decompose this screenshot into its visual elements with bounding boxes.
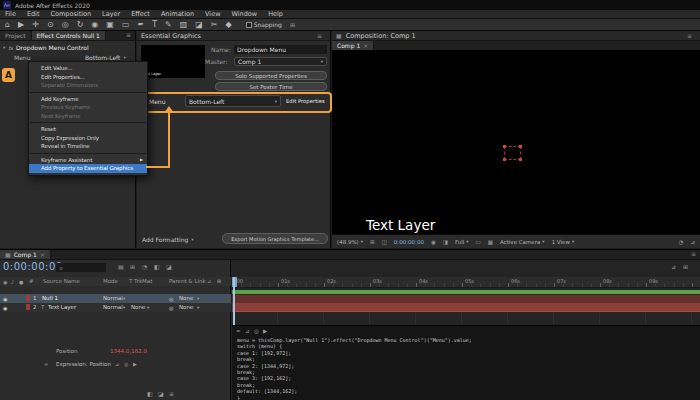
type-tool-icon[interactable]: T (152, 20, 157, 29)
layer-name[interactable]: Null 1 (42, 295, 58, 301)
channels-icon[interactable]: ◨ (443, 239, 448, 245)
expression-pick-whip-icon[interactable]: ◎ (254, 328, 259, 334)
expression-enable-icon[interactable]: = (236, 328, 241, 334)
motion-blur-toggle-icon[interactable]: ◪ (158, 390, 164, 397)
mask-visibility-icon[interactable]: ◫ (382, 239, 387, 245)
timeline-search-input[interactable]: ⊙ (56, 263, 106, 272)
graph-editor-toggle-icon[interactable]: ⊿ (671, 263, 676, 270)
close-icon[interactable]: × (363, 42, 368, 49)
brush-tool-icon[interactable]: ✎ (165, 20, 172, 29)
rotate-tool-icon[interactable]: ↻ (77, 20, 84, 29)
label-color-chip[interactable] (26, 304, 30, 310)
roto-brush-tool-icon[interactable]: ✂ (211, 20, 218, 29)
expression-enable-icon[interactable]: = (44, 361, 48, 367)
selection-tool-icon[interactable]: ▶ (18, 20, 24, 29)
clone-stamp-tool-icon[interactable]: ▨ (180, 20, 188, 29)
frame-blend-icon[interactable]: ◧ (154, 263, 160, 270)
menu-item-file[interactable]: File (5, 10, 16, 18)
eg-name-input[interactable]: Dropdown Menu (234, 45, 327, 54)
expression-language-icon[interactable]: ▶ (133, 361, 137, 367)
expression-pick-whip-icon[interactable]: ◎ (124, 361, 128, 367)
context-menu-item-edit-value[interactable]: Edit Value... (29, 64, 147, 73)
eye-icon[interactable]: ◉ (3, 296, 7, 302)
panel-menu-icon[interactable]: ≡ (317, 32, 326, 39)
exposure-icon[interactable]: ◔ (679, 239, 684, 245)
hand-tool-icon[interactable]: ✛ (32, 20, 39, 29)
resolution-dropdown[interactable]: Full ▾ (455, 239, 469, 245)
menu-item-window[interactable]: Window (232, 10, 258, 18)
menu-item-edit[interactable]: Edit (27, 10, 40, 18)
snapping-toggle[interactable]: Snapping (246, 21, 282, 28)
composition-timecode[interactable]: 0:00:00:00 (394, 239, 424, 245)
trkmat-dropdown[interactable]: None (131, 304, 145, 310)
tab-project[interactable]: Project (0, 31, 32, 40)
puppet-tool-icon[interactable]: ◆ (226, 20, 232, 29)
pick-whip-icon[interactable]: ◎ (169, 305, 173, 311)
blend-mode-dropdown[interactable]: Normal (103, 295, 123, 301)
toggle-switches-icon[interactable]: ≡ (169, 390, 174, 397)
expression-label[interactable]: Expression: Position (56, 361, 111, 367)
snapping-options-icon[interactable]: ⊞ (290, 21, 295, 28)
menu-item-composition[interactable]: Composition (50, 10, 91, 18)
snapping-checkbox[interactable] (246, 22, 252, 28)
time-ruler[interactable]: :00 01s 02s 03s 04s 05s 06s 07s 08s 09s (232, 277, 700, 288)
column-trkmat[interactable]: T TrkMat (129, 278, 152, 284)
position-property-label[interactable]: Position (56, 348, 77, 354)
snapshot-icon[interactable]: ◉ (431, 239, 436, 245)
selection-handle[interactable] (519, 145, 522, 148)
view-layout-dropdown[interactable]: 1 View ▾ (552, 239, 575, 245)
tab-comp-1[interactable]: Comp 1 × (332, 41, 374, 50)
selection-handle[interactable] (519, 158, 522, 161)
export-motion-graphics-template-button[interactable]: Export Motion Graphics Template... (222, 233, 328, 244)
layer-selection-box[interactable] (504, 146, 521, 160)
tab-effect-controls[interactable]: Effect Controls Null 1 (32, 31, 106, 40)
context-menu-item-reveal-in-timeline[interactable]: Reveal in Timeline (29, 142, 147, 151)
close-icon[interactable]: × (40, 251, 45, 258)
graph-editor-icon[interactable]: ⊿ (207, 278, 211, 284)
chart-icon[interactable]: ⊞ (683, 263, 688, 270)
timeline-tab-comp-1[interactable]: ▦ Comp 1 × (0, 250, 51, 259)
frame-blend-toggle-icon[interactable]: ◧ (147, 390, 153, 397)
column-source-name[interactable]: Source Name (43, 278, 80, 284)
layer-name[interactable]: Text Layer (48, 304, 76, 310)
expression-editor[interactable]: = ⊿ ◎ ▶ menu = thisComp.layer("Null 1").… (232, 325, 700, 400)
twirl-icon[interactable]: ▾ (3, 45, 5, 50)
eraser-tool-icon[interactable]: ◪ (195, 20, 203, 29)
composition-flow-icon[interactable]: ▦ (336, 32, 342, 39)
composition-viewport[interactable] (332, 50, 700, 234)
layer-row-null-1[interactable]: ◉ 1 Null 1 Normal ▾ ◎ None ▾ (0, 294, 231, 303)
eg-master-dropdown[interactable]: Comp 1 ▾ (234, 57, 327, 66)
menu-item-help[interactable]: Help (268, 10, 283, 18)
blend-mode-dropdown[interactable]: Normal (103, 304, 123, 310)
zoom-tool-icon[interactable]: ⊙ (47, 20, 54, 29)
canvas-text-layer[interactable]: Text Layer (366, 217, 435, 233)
menu-item-animation[interactable]: Animation (161, 10, 194, 18)
panel-menu-icon[interactable]: ≡ (126, 31, 135, 40)
camera-tool-icon[interactable]: ◉ (91, 20, 98, 29)
layer-row-text-layer[interactable]: ◉ 2 T Text Layer Normal ▾ None ▾ ◎ None … (0, 303, 231, 312)
mini-flowchart-icon[interactable]: ▤ (118, 263, 124, 270)
panel-menu-icon[interactable]: ≡ (691, 250, 700, 259)
set-poster-time-button[interactable]: Set Poster Time (215, 82, 327, 91)
timeline-timecode[interactable]: 0:00:00:00 (3, 261, 63, 272)
switches-icon[interactable]: ⊞ (217, 278, 221, 284)
region-of-interest-icon[interactable]: ▭ (476, 239, 481, 245)
context-menu-item-add-property-to-essential-graphics[interactable]: Add Property to Essential Graphics (29, 164, 147, 173)
context-menu-item-keyframe-assistant[interactable]: Keyframe Assistant ▶ (29, 156, 147, 165)
mask-tool-icon[interactable]: ▭ (122, 20, 130, 29)
expression-graph-icon[interactable]: ⊿ (115, 361, 119, 367)
layer-duration-bar-null-1[interactable] (232, 294, 700, 303)
expression-code[interactable]: menu = thisComp.layer("Null 1").effect("… (237, 337, 698, 400)
orbit-tool-icon[interactable]: ◎ (62, 20, 69, 29)
panel-menu-icon[interactable]: ≡ (687, 32, 696, 39)
context-menu-item-reset[interactable]: Reset (29, 125, 147, 134)
context-menu-item-edit-properties[interactable]: Edit Properties... (29, 73, 147, 82)
menu-item-effect[interactable]: Effect (131, 10, 150, 18)
motion-blur-icon[interactable]: ◪ (166, 263, 172, 270)
pick-whip-icon[interactable]: ◎ (169, 296, 173, 302)
zoom-dropdown[interactable]: (48.9%) ▾ (337, 239, 363, 245)
draft-3d-icon[interactable]: ⊞ (130, 263, 135, 270)
transparency-grid-icon[interactable]: ▦ (488, 239, 493, 245)
current-time-indicator[interactable] (233, 277, 235, 325)
camera-view-dropdown[interactable]: Active Camera ▾ (500, 239, 545, 245)
